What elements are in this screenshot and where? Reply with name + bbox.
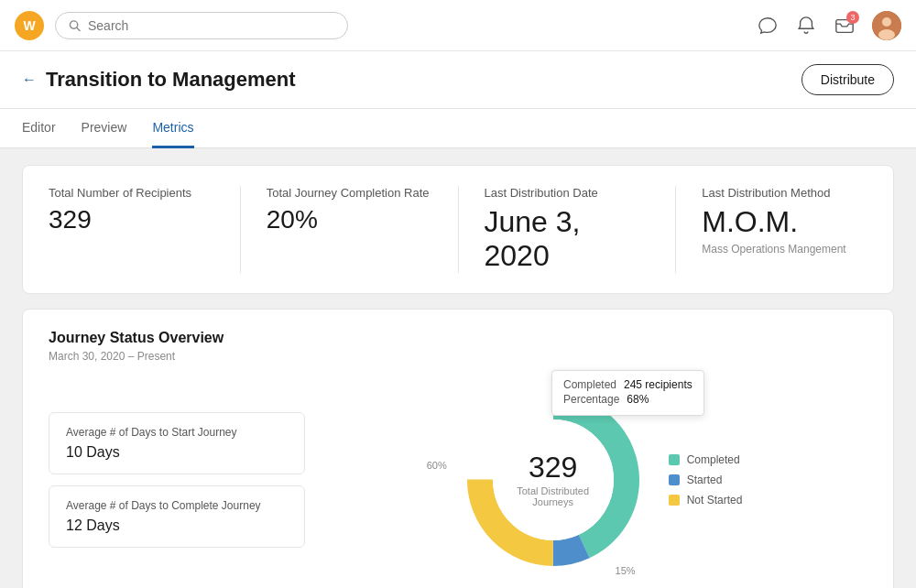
tooltip-value1: 245 recipients — [624, 378, 692, 391]
legend-completed-dot — [669, 454, 680, 465]
stat-dist-date-label: Last Distribution Date — [485, 186, 650, 200]
tabs: Editor Preview Metrics — [0, 109, 916, 148]
tab-preview[interactable]: Preview — [82, 109, 127, 148]
inbox-icon[interactable]: 3 — [834, 15, 856, 37]
legend-not-started-dot — [669, 495, 680, 506]
chart-label-60: 60% — [427, 460, 447, 471]
legend-not-started-label: Not Started — [687, 494, 743, 506]
chart-legend: Completed Started Not Started — [669, 453, 743, 506]
search-icon — [69, 19, 81, 32]
inbox-badge: 3 — [846, 11, 859, 24]
journey-stat-complete: Average # of Days to Complete Journey 12… — [49, 485, 305, 548]
stat-recipients: Total Number of Recipients 329 — [49, 186, 241, 273]
legend-completed: Completed — [669, 453, 743, 466]
chart-tooltip: Completed 245 recipients Percentage 68% — [551, 370, 704, 416]
tooltip-label1: Completed — [563, 378, 616, 391]
tab-metrics[interactable]: Metrics — [152, 109, 193, 148]
journey-stat-complete-value: 12 Days — [66, 517, 288, 534]
chart-area: Completed 245 recipients Percentage 68% … — [327, 379, 867, 581]
main-content: Total Number of Recipients 329 Total Jou… — [0, 148, 916, 588]
journey-stat-complete-label: Average # of Days to Complete Journey — [66, 499, 288, 512]
stat-completion: Total Journey Completion Rate 20% — [267, 186, 459, 273]
top-nav: W 3 — [0, 0, 916, 51]
journey-subtitle: March 30, 2020 – Present — [49, 350, 867, 363]
legend-started-dot — [669, 474, 680, 485]
back-button[interactable]: ← — [22, 71, 37, 88]
chart-label-15: 15% — [616, 565, 636, 576]
svg-point-4 — [882, 17, 891, 27]
stat-completion-label: Total Journey Completion Rate — [267, 186, 432, 200]
stat-recipients-label: Total Number of Recipients — [49, 186, 214, 200]
stat-dist-method-value: M.O.M. — [702, 205, 867, 239]
journey-stat-start-label: Average # of Days to Start Journey — [66, 426, 288, 439]
legend-completed-label: Completed — [687, 453, 740, 466]
stat-completion-value: 20% — [267, 205, 432, 234]
stat-recipients-value: 329 — [49, 205, 214, 234]
legend-started: Started — [669, 474, 743, 486]
stats-row: Total Number of Recipients 329 Total Jou… — [22, 165, 894, 294]
tooltip-value2: 68% — [627, 393, 649, 406]
donut-center: 329 Total Distributed Journeys — [503, 452, 604, 507]
donut-total: 329 — [503, 452, 604, 482]
chat-icon[interactable] — [757, 15, 779, 37]
journey-title: Journey Status Overview — [49, 330, 867, 346]
stat-dist-method-label: Last Distribution Method — [702, 186, 867, 200]
tooltip-label2: Percentage — [563, 393, 619, 406]
donut-total-label: Total Distributed Journeys — [503, 485, 604, 507]
page-title: Transition to Management — [46, 68, 296, 92]
journey-stat-start-value: 10 Days — [66, 444, 288, 461]
distribute-button[interactable]: Distribute — [802, 64, 894, 95]
journey-content: Average # of Days to Start Journey 10 Da… — [49, 379, 867, 581]
svg-point-5 — [878, 29, 895, 40]
journey-stat-start: Average # of Days to Start Journey 10 Da… — [49, 412, 305, 474]
user-avatar[interactable] — [872, 11, 901, 40]
legend-not-started: Not Started — [669, 494, 743, 506]
search-input[interactable] — [88, 18, 334, 33]
svg-line-1 — [77, 27, 80, 30]
bell-icon[interactable] — [795, 15, 817, 37]
legend-started-label: Started — [687, 474, 723, 486]
stat-dist-method-subtitle: Mass Operations Mangement — [702, 243, 867, 256]
search-bar[interactable] — [55, 12, 348, 39]
page-header: ← Transition to Management Distribute — [0, 51, 916, 109]
workday-logo[interactable]: W — [15, 11, 44, 40]
stat-dist-date-value: June 3, 2020 — [485, 205, 650, 273]
page-title-area: ← Transition to Management — [22, 68, 296, 92]
stat-dist-method: Last Distribution Method M.O.M. Mass Ope… — [702, 186, 867, 273]
journey-stats: Average # of Days to Start Journey 10 Da… — [49, 412, 305, 548]
journey-section: Journey Status Overview March 30, 2020 –… — [22, 309, 894, 588]
tab-editor[interactable]: Editor — [22, 109, 56, 148]
stat-dist-date: Last Distribution Date June 3, 2020 — [485, 186, 677, 273]
nav-icons: 3 — [757, 11, 901, 40]
